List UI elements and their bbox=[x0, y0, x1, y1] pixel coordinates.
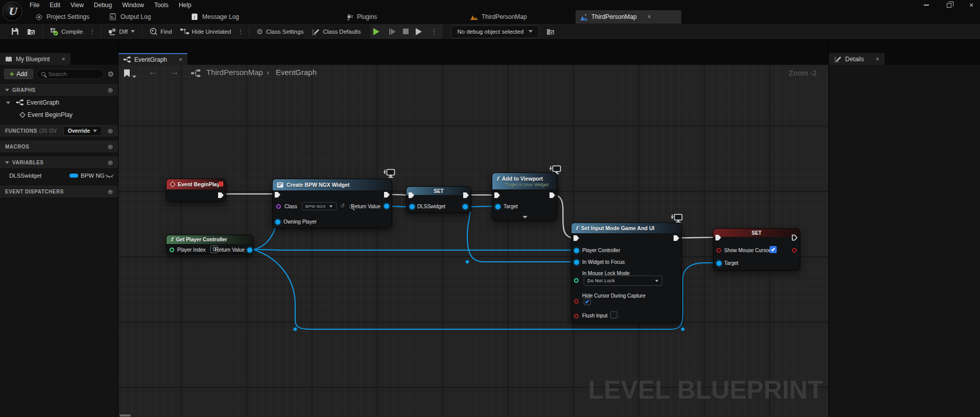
compile-button[interactable]: Compile bbox=[46, 23, 87, 40]
eventgraph-doc-tab[interactable]: EventGraph × bbox=[118, 53, 187, 65]
tree-item-event-beginplay[interactable]: Event BeginPlay bbox=[0, 109, 118, 121]
add-function-icon[interactable]: ⊕ bbox=[108, 127, 113, 135]
browse-asset-button[interactable] bbox=[23, 23, 39, 40]
play-icon[interactable] bbox=[373, 28, 379, 35]
close-button[interactable]: × bbox=[967, 1, 976, 9]
graph-horizontal-scrollbar[interactable] bbox=[119, 414, 131, 416]
class-defaults-button[interactable]: Class Defaults bbox=[307, 23, 365, 40]
exec-in-pin[interactable] bbox=[494, 192, 500, 198]
node-get-player-controller[interactable]: f Get Player Controller Player Index 0 R… bbox=[166, 235, 254, 254]
in-widget-to-focus-pin[interactable] bbox=[574, 260, 579, 265]
target-pin[interactable] bbox=[716, 261, 722, 266]
restore-button[interactable] bbox=[944, 1, 953, 9]
flush-input-checkbox[interactable] bbox=[610, 311, 617, 318]
add-variable-icon[interactable]: ⊕ bbox=[108, 159, 113, 166]
advanced-pins-chevron-icon[interactable] bbox=[522, 216, 528, 218]
dlsswidget-in-pin[interactable] bbox=[410, 204, 415, 209]
player-controller-pin[interactable] bbox=[574, 248, 579, 253]
my-blueprint-close-icon[interactable]: × bbox=[62, 56, 65, 63]
node-event-beginplay[interactable]: Event BeginPlay bbox=[166, 179, 226, 202]
debug-object-dropdown[interactable]: No debug object selected bbox=[451, 25, 540, 38]
show-mouse-cursor-pin[interactable] bbox=[716, 248, 721, 253]
debug-browse-button[interactable] bbox=[542, 23, 559, 40]
my-blueprint-tab[interactable]: My Blueprint × bbox=[0, 53, 70, 65]
tab-thirdpersonmap-level[interactable]: ThirdPersonMap bbox=[466, 10, 531, 23]
return-value-pin[interactable] bbox=[384, 204, 389, 209]
menu-debug[interactable]: Debug bbox=[89, 1, 117, 10]
node-set-show-mouse-cursor[interactable]: SET Show Mouse Cursor Target bbox=[713, 228, 800, 271]
search-box[interactable] bbox=[36, 69, 105, 79]
menu-file[interactable]: File bbox=[25, 1, 44, 10]
menu-tools[interactable]: Tools bbox=[149, 1, 174, 10]
step-icon[interactable] bbox=[416, 28, 422, 35]
class-select[interactable]: BPW NGX bbox=[302, 202, 337, 210]
minimize-button[interactable] bbox=[922, 1, 931, 9]
exec-out-pin[interactable] bbox=[792, 234, 798, 241]
section-variables[interactable]: VARIABLES ⊕ bbox=[0, 156, 118, 169]
hide-unrelated-options-kebab[interactable]: ⋮ bbox=[235, 28, 246, 35]
details-tab[interactable]: Details × bbox=[829, 53, 885, 65]
tab-plugins[interactable]: Plugins bbox=[341, 10, 381, 23]
add-button[interactable]: + Add bbox=[4, 69, 33, 79]
show-mouse-cursor-out-pin[interactable] bbox=[792, 248, 797, 253]
flush-input-pin[interactable] bbox=[574, 314, 579, 318]
details-close-icon[interactable]: × bbox=[876, 56, 879, 63]
compile-options-kebab[interactable]: ⋮ bbox=[87, 28, 98, 35]
tab-output-log[interactable]: Output Log bbox=[105, 10, 155, 23]
menu-view[interactable]: View bbox=[65, 1, 89, 10]
save-button[interactable] bbox=[7, 23, 23, 40]
tab-message-log[interactable]: Message Log bbox=[186, 10, 243, 23]
menu-window[interactable]: Window bbox=[117, 1, 149, 10]
tree-item-eventgraph[interactable]: EventGraph bbox=[0, 96, 118, 109]
dlsswidget-out-pin[interactable] bbox=[463, 204, 468, 209]
mouse-lock-mode-select[interactable]: Do Not Lock bbox=[584, 276, 662, 286]
exec-out-pin[interactable] bbox=[218, 192, 224, 198]
exec-out-pin[interactable] bbox=[674, 235, 679, 241]
menu-edit[interactable]: Edit bbox=[44, 1, 65, 10]
variable-row-dlsswidget[interactable]: DLSSwidget BPW NG bbox=[0, 169, 118, 182]
section-functions[interactable]: FUNCTIONS (20 OV Override ⊕ bbox=[0, 124, 118, 137]
add-macro-icon[interactable]: ⊕ bbox=[108, 143, 113, 151]
hide-cursor-pin[interactable] bbox=[574, 299, 579, 304]
target-pin[interactable] bbox=[495, 204, 500, 209]
play-options-kebab[interactable]: ⋮ bbox=[429, 28, 440, 35]
tab-project-settings[interactable]: Project Settings bbox=[31, 10, 93, 23]
section-graphs[interactable]: GRAPHS ⊕ bbox=[0, 83, 118, 96]
class-settings-button[interactable]: ⚙ Class Settings bbox=[252, 23, 307, 40]
add-dispatcher-icon[interactable]: ⊕ bbox=[108, 188, 113, 195]
player-index-pin[interactable] bbox=[170, 248, 174, 252]
exec-in-pin[interactable] bbox=[573, 235, 579, 241]
breadcrumb-current[interactable]: EventGraph bbox=[276, 68, 317, 77]
frame-skip-icon[interactable] bbox=[391, 29, 396, 35]
graph-canvas[interactable]: LEVEL BLUEPRINT bbox=[118, 65, 828, 417]
diff-button[interactable]: Diff bbox=[104, 23, 139, 40]
tab-thirdpersonmap-blueprint[interactable]: ThirdPersonMap × bbox=[576, 10, 681, 23]
override-dropdown[interactable]: Override bbox=[63, 126, 102, 136]
exec-in-pin[interactable] bbox=[275, 192, 280, 198]
in-mouse-lock-mode-pin[interactable] bbox=[574, 278, 579, 283]
eventgraph-tab-close-icon[interactable]: × bbox=[179, 56, 182, 63]
hide-cursor-checkbox[interactable] bbox=[584, 298, 591, 305]
owning-player-pin[interactable] bbox=[275, 219, 280, 225]
exec-out-pin[interactable] bbox=[384, 192, 390, 198]
find-button[interactable]: Find bbox=[146, 23, 176, 40]
search-input[interactable] bbox=[49, 71, 89, 77]
bookmark-caret-icon[interactable] bbox=[132, 71, 136, 80]
bookmark-icon[interactable] bbox=[124, 68, 130, 78]
tab-close-icon[interactable]: × bbox=[648, 13, 651, 20]
section-event-dispatchers[interactable]: EVENT DISPATCHERS ⊕ bbox=[0, 185, 118, 198]
return-value-pin[interactable] bbox=[247, 248, 252, 253]
nav-back-icon[interactable]: ← bbox=[148, 67, 158, 77]
menu-help[interactable]: Help bbox=[174, 1, 197, 10]
section-macros[interactable]: MACROS ⊕ bbox=[0, 140, 118, 153]
breadcrumb-root[interactable]: ThirdPersonMap bbox=[206, 68, 263, 77]
exec-out-pin[interactable] bbox=[549, 192, 555, 198]
eye-closed-icon[interactable] bbox=[105, 173, 114, 179]
node-create-widget[interactable]: Create BPW NGX Widget Class BPW NGX ↺ Re… bbox=[272, 179, 392, 228]
show-mouse-cursor-checkbox[interactable] bbox=[770, 246, 777, 253]
node-set-input-mode[interactable]: f Set Input Mode Game And UI Player Cont… bbox=[571, 223, 682, 323]
hide-unrelated-button[interactable]: Hide Unrelated bbox=[176, 23, 235, 40]
nav-forward-icon[interactable]: → bbox=[170, 67, 179, 77]
node-add-to-viewport[interactable]: f Add to Viewport Target is User Widget … bbox=[492, 173, 558, 220]
class-pin[interactable] bbox=[276, 204, 281, 209]
